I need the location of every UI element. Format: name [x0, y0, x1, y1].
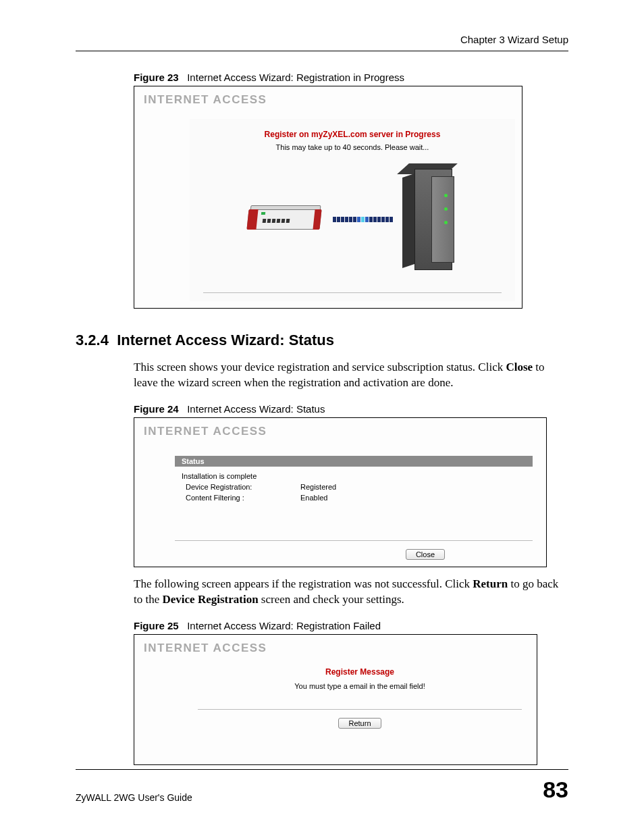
figure25-button-row: Return	[191, 716, 529, 729]
figure25-frame: INTERNET ACCESS Register Message You mus…	[134, 634, 537, 765]
status-tab-header: Status	[175, 456, 533, 467]
footer-page-number: 83	[543, 777, 568, 803]
figure23-wait-text: This may take up to 40 seconds. Please w…	[190, 143, 515, 151]
status-complete-text: Installation is complete	[182, 472, 526, 480]
figure24-status-area: Status Installation is complete Device R…	[175, 456, 533, 513]
section-title: Internet Access Wizard: Status	[117, 332, 334, 348]
server-icon	[402, 169, 458, 270]
status-row: Content Filtering : Enabled	[182, 494, 526, 502]
figure23-progress-title: Register on myZyXEL.com server in Progre…	[190, 130, 515, 139]
footer-guide-name: ZyWALL 2WG User's Guide	[76, 792, 192, 803]
figure23-caption-text: Internet Access Wizard: Registration in …	[187, 72, 404, 83]
figure25-caption: Figure 25 Internet Access Wizard: Regist…	[134, 620, 568, 631]
section-para2: The following screen appears if the regi…	[134, 577, 568, 608]
figure23-frame: INTERNET ACCESS Register on myZyXEL.com …	[134, 86, 522, 309]
figure24-caption-num: Figure 24	[134, 403, 179, 415]
section-heading: 3.2.4 Internet Access Wizard: Status	[76, 332, 568, 349]
chapter-label: Chapter 3 Wizard Setup	[76, 34, 568, 45]
figure23-caption: Figure 23 Internet Access Wizard: Regist…	[134, 72, 568, 83]
status-row: Device Registration: Registered	[182, 483, 526, 491]
figure23-panel-title: INTERNET ACCESS	[134, 86, 522, 115]
figure25-register-title: Register Message	[191, 667, 529, 677]
figure25-panel-title: INTERNET ACCESS	[134, 635, 537, 663]
figure23-content: Register on myZyXEL.com server in Progre…	[190, 119, 515, 301]
figure24-frame: INTERNET ACCESS Status Installation is c…	[134, 417, 547, 567]
status-key: Content Filtering :	[182, 494, 300, 502]
page-footer: ZyWALL 2WG User's Guide 83	[76, 769, 568, 803]
header-rule	[76, 51, 568, 51]
status-value: Enabled	[300, 494, 327, 502]
section-number: 3.2.4	[76, 332, 109, 348]
figure24-button-row: Close	[175, 540, 533, 560]
figure25-caption-text: Internet Access Wizard: Registration Fai…	[187, 620, 381, 631]
status-value: Registered	[300, 483, 336, 491]
progress-bar-icon	[333, 217, 393, 222]
figure25-caption-num: Figure 25	[134, 620, 179, 631]
figure25-error-msg: You must type a email in the email field…	[191, 682, 529, 690]
close-button[interactable]: Close	[406, 549, 445, 560]
status-body: Installation is complete Device Registra…	[175, 467, 533, 513]
figure25-content: Register Message You must type a email i…	[191, 667, 529, 758]
router-icon	[248, 204, 323, 235]
return-button[interactable]: Return	[338, 718, 381, 729]
figure24-caption: Figure 24 Internet Access Wizard: Status	[134, 403, 568, 415]
figure24-caption-text: Internet Access Wizard: Status	[187, 403, 325, 415]
status-key: Device Registration:	[182, 483, 300, 491]
figure24-panel-title: INTERNET ACCESS	[134, 418, 546, 446]
section-para1: This screen shows your device registrati…	[134, 360, 568, 391]
figure23-caption-num: Figure 23	[134, 72, 179, 83]
figure23-devices	[190, 169, 515, 270]
